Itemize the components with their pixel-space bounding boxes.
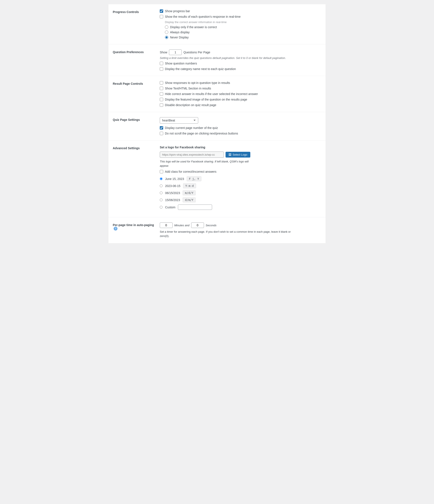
date-format-custom-label: Custom (165, 206, 175, 209)
logo-hint: This logo will be used for Facebook shar… (160, 160, 249, 168)
display-category-checkbox[interactable] (160, 67, 163, 71)
date-format-iso-row: 2023-06-15 Y-m-d (160, 183, 321, 188)
theme-dropdown[interactable]: heartBeat Default Classic (160, 117, 198, 124)
show-question-numbers-label: Show question numbers (165, 62, 197, 65)
theme-dropdown-wrapper: heartBeat Default Classic (160, 117, 321, 124)
radio-display-correct-label: Display only if the answer is correct (170, 25, 217, 29)
date-format-iso-badge: Y-m-d (183, 183, 196, 188)
radio-always-display: Always display (165, 30, 321, 34)
advanced-settings-row: Advanced Settings Set a logo for Faceboo… (109, 140, 325, 217)
date-format-june15-badge: F j, Y (187, 176, 201, 181)
date-format-eu-badge: d/m/Y (183, 198, 196, 202)
do-not-scroll-row: Do not scroll the page on clicking next/… (160, 132, 321, 135)
select-logo-button[interactable]: 🖼 Select Logo (226, 152, 250, 158)
result-featured-image-label: Display the featured image of the questi… (165, 98, 247, 101)
date-format-us-row: 06/15/2023 m/d/Y (160, 190, 321, 195)
questions-per-page-input[interactable] (169, 50, 182, 55)
per-page-time-label: Per-page time in auto-paging ? (113, 222, 160, 231)
date-format-us-badge: m/d/Y (183, 190, 196, 195)
correct-answer-indented: Display the correct answer information i… (165, 20, 321, 39)
facebook-logo-title: Set a logo for Facebook sharing (160, 146, 321, 149)
date-format-iso-label: 2023-06-15 (165, 184, 180, 188)
minutes-label: Minutes and (174, 224, 189, 227)
seconds-label: Seconds (206, 224, 217, 227)
select-logo-label: Select Logo (233, 153, 247, 156)
show-label: Show (160, 51, 167, 54)
date-format-custom-row: Custom (160, 205, 321, 210)
correct-answer-hint: Display the correct answer information i… (165, 20, 321, 24)
show-progress-bar-label: Show progress bar (165, 9, 190, 13)
logo-url-row: 🖼 Select Logo (160, 152, 321, 158)
seconds-input[interactable] (191, 222, 204, 228)
quiz-page-settings-content: heartBeat Default Classic Display curren… (160, 117, 321, 135)
result-opt-in-label: Show responses to opt-in question type i… (165, 81, 230, 85)
minutes-input[interactable] (160, 222, 173, 228)
result-opt-in-checkbox[interactable] (160, 81, 163, 85)
date-format-us-label: 06/15/2023 (165, 191, 180, 195)
show-progress-bar-checkbox[interactable] (160, 9, 163, 13)
per-page-time-row: Per-page time in auto-paging ? Minutes a… (109, 217, 325, 243)
result-hide-correct-checkbox[interactable] (160, 92, 163, 96)
show-question-numbers-checkbox[interactable] (160, 62, 163, 65)
logo-url-input[interactable] (160, 152, 224, 158)
progress-controls-row: Progress Controls Show progress bar Show… (109, 4, 325, 45)
date-format-custom-input[interactable] (178, 205, 212, 210)
radio-always-display-input[interactable] (165, 30, 168, 34)
date-format-eu-row: 15/06/2023 d/m/Y (160, 198, 321, 202)
settings-container: Progress Controls Show progress bar Show… (109, 4, 325, 243)
result-opt-in-row: Show responses to opt-in question type i… (160, 81, 321, 85)
quiz-page-settings-label: Quiz Page Settings (113, 117, 160, 121)
result-html-section-label: Show Text/HTML Section in results (165, 87, 211, 90)
display-category-row: Display the category name next to each q… (160, 67, 321, 71)
do-not-scroll-label: Do not scroll the page on clicking next/… (165, 132, 238, 135)
progress-controls-content: Show progress bar Show the results of ea… (160, 9, 321, 39)
quiz-page-settings-row: Quiz Page Settings heartBeat Default Cla… (109, 112, 325, 140)
question-preferences-content: Show Questions Per Page Setting a limit … (160, 50, 321, 71)
result-disable-description-checkbox[interactable] (160, 103, 163, 107)
date-format-eu-radio[interactable] (160, 198, 163, 201)
show-question-numbers-row: Show question numbers (160, 62, 321, 65)
show-results-checkbox[interactable] (160, 15, 163, 18)
pagination-hint: Setting a limit overrides the quiz quest… (160, 56, 321, 60)
radio-never-display: Never Display (165, 36, 321, 39)
date-format-us-radio[interactable] (160, 191, 163, 194)
add-class-row: Add class for correct/incorrect answers (160, 170, 321, 173)
questions-per-page-label: Questions Per Page (184, 51, 210, 54)
date-format-custom-radio[interactable] (160, 206, 163, 208)
radio-always-display-label: Always display (170, 30, 190, 34)
advanced-settings-label: Advanced Settings (113, 146, 160, 150)
image-icon: 🖼 (229, 153, 231, 156)
result-page-controls-content: Show responses to opt-in question type i… (160, 81, 321, 107)
date-format-eu-label: 15/06/2023 (165, 198, 180, 202)
advanced-settings-content: Set a logo for Facebook sharing 🖼 Select… (160, 146, 321, 212)
result-html-section-row: Show Text/HTML Section in results (160, 87, 321, 90)
do-not-scroll-checkbox[interactable] (160, 132, 163, 135)
time-inputs-row: Minutes and Seconds (160, 222, 321, 228)
per-page-hint: Set a timer for answering each page. If … (160, 230, 301, 238)
result-featured-image-checkbox[interactable] (160, 98, 163, 101)
question-preferences-label: Question Preferences (113, 50, 160, 54)
result-hide-correct-row: Hide correct answer in results if the us… (160, 92, 321, 96)
result-page-controls-label: Result Page Controls (113, 81, 160, 85)
result-disable-description-row: Disable description on quiz result page (160, 103, 321, 107)
result-featured-image-row: Display the featured image of the questi… (160, 98, 321, 101)
radio-display-correct-input[interactable] (165, 25, 168, 29)
date-format-june15-row: June 15, 2023 F j, Y (160, 176, 321, 181)
add-class-checkbox[interactable] (160, 170, 163, 173)
result-hide-correct-label: Hide correct answer in results if the us… (165, 92, 258, 96)
radio-never-display-label: Never Display (170, 36, 189, 39)
progress-controls-label: Progress Controls (113, 9, 160, 14)
radio-display-correct: Display only if the answer is correct (165, 25, 321, 29)
radio-never-display-input[interactable] (165, 36, 168, 39)
display-page-number-checkbox[interactable] (160, 126, 163, 130)
result-html-section-checkbox[interactable] (160, 87, 163, 90)
date-format-june15-radio[interactable] (160, 177, 163, 180)
help-icon[interactable]: ? (114, 227, 118, 231)
date-format-iso-radio[interactable] (160, 184, 163, 187)
per-page-time-content: Minutes and Seconds Set a timer for answ… (160, 222, 321, 238)
question-preferences-row: Question Preferences Show Questions Per … (109, 45, 325, 76)
result-page-controls-row: Result Page Controls Show responses to o… (109, 76, 325, 112)
display-page-number-row: Display current page number of the quiz (160, 126, 321, 130)
add-class-label: Add class for correct/incorrect answers (165, 170, 216, 173)
show-results-row: Show the results of each question's resp… (160, 15, 321, 18)
